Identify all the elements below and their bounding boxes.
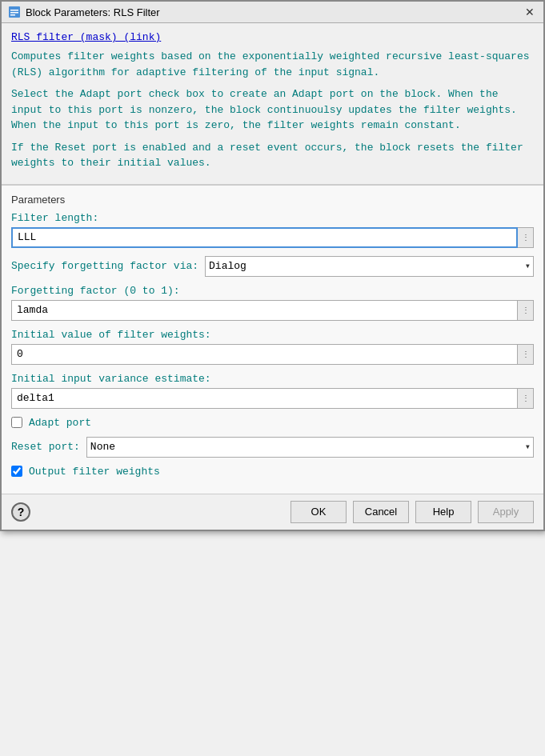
filter-length-menu-btn[interactable]: ⋮ [518, 227, 534, 248]
filter-length-row: ⋮ [11, 227, 534, 248]
output-filter-label[interactable]: Output filter weights [29, 466, 160, 478]
reset-port-select[interactable]: None Rising edge Falling edge Either edg… [86, 437, 534, 458]
svg-rect-2 [10, 12, 18, 14]
initial-variance-label: Initial input variance estimate: [11, 373, 534, 385]
initial-variance-input[interactable] [11, 388, 518, 409]
output-filter-checkbox[interactable] [11, 466, 22, 477]
adapt-port-label[interactable]: Adapt port [29, 417, 91, 429]
title-bar: Block Parameters: RLS Filter ✕ [2, 2, 543, 23]
bottom-bar: ? OK Cancel Help Apply [2, 494, 543, 530]
filter-length-input[interactable] [11, 227, 518, 248]
initial-variance-menu-btn[interactable]: ⋮ [518, 388, 534, 409]
forgetting-factor-row: ⋮ [11, 300, 534, 321]
window-icon [8, 6, 21, 18]
mask-link[interactable]: RLS filter (mask) (link) [11, 31, 161, 43]
forgetting-via-label: Specify forgetting factor via: [11, 260, 198, 272]
reset-port-wrapper: None Rising edge Falling edge Either edg… [86, 437, 534, 458]
svg-rect-3 [10, 14, 15, 16]
forgetting-factor-menu-btn[interactable]: ⋮ [518, 300, 534, 321]
desc-paragraph1: Computes filter weights based on the exp… [11, 49, 534, 80]
initial-filter-input[interactable] [11, 344, 518, 365]
desc-paragraph2: Select the Adapt port check box to creat… [11, 86, 534, 134]
action-buttons: OK Cancel Help Apply [291, 501, 534, 523]
initial-filter-label: Initial value of filter weights: [11, 329, 534, 341]
forgetting-via-select[interactable]: Dialog Input port [205, 256, 534, 277]
description-area: RLS filter (mask) (link) Computes filter… [2, 23, 543, 185]
help-button[interactable]: Help [415, 501, 471, 523]
parameters-area: Parameters Filter length: ⋮ Specify forg… [2, 185, 543, 494]
window-title: Block Parameters: RLS Filter [26, 6, 518, 18]
close-button[interactable]: ✕ [523, 5, 537, 19]
ok-button[interactable]: OK [291, 501, 347, 523]
params-section-label: Parameters [11, 194, 534, 206]
svg-rect-1 [10, 10, 18, 11]
apply-button[interactable]: Apply [478, 501, 534, 523]
initial-filter-row: ⋮ [11, 344, 534, 365]
description-text: Computes filter weights based on the exp… [11, 49, 534, 171]
initial-filter-menu-btn[interactable]: ⋮ [518, 344, 534, 365]
forgetting-factor-input[interactable] [11, 300, 518, 321]
adapt-port-checkbox[interactable] [11, 417, 22, 428]
forgetting-factor-label: Forgetting factor (0 to 1): [11, 285, 534, 297]
output-filter-row: Output filter weights [11, 466, 534, 478]
main-window: Block Parameters: RLS Filter ✕ RLS filte… [0, 0, 545, 531]
reset-port-label: Reset port: [11, 441, 80, 453]
filter-length-label: Filter length: [11, 212, 534, 224]
initial-variance-row: ⋮ [11, 388, 534, 409]
forgetting-via-row: Specify forgetting factor via: Dialog In… [11, 256, 534, 277]
reset-port-row: Reset port: None Rising edge Falling edg… [11, 437, 534, 458]
cancel-button[interactable]: Cancel [353, 501, 409, 523]
desc-paragraph3: If the Reset port is enabled and a reset… [11, 140, 534, 171]
forgetting-via-wrapper: Dialog Input port [205, 256, 534, 277]
help-icon-button[interactable]: ? [11, 502, 30, 522]
adapt-port-row: Adapt port [11, 417, 534, 429]
